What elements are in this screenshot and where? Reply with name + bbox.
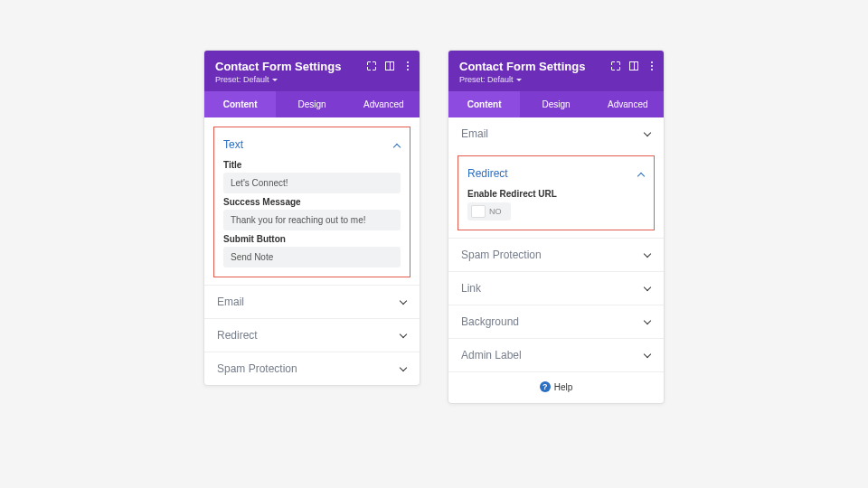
section-label: Spam Protection xyxy=(461,249,542,261)
tab-design[interactable]: Design xyxy=(520,91,591,117)
tab-advanced[interactable]: Advanced xyxy=(592,91,664,117)
submit-button-input[interactable] xyxy=(223,247,401,267)
toggle-label: NO xyxy=(489,207,502,216)
section-row-spam[interactable]: Spam Protection xyxy=(448,238,664,271)
panel-body: Text Title Success Message Submit Button… xyxy=(204,127,420,385)
section-label: Link xyxy=(461,282,481,295)
more-icon[interactable] xyxy=(401,60,414,72)
text-section-highlighted: Text Title Success Message Submit Button xyxy=(213,127,410,277)
panel-header: Contact Form Settings Preset: Default xyxy=(204,51,420,91)
section-label: Redirect xyxy=(217,329,258,342)
help-label: Help xyxy=(554,382,573,392)
section-header-redirect[interactable]: Redirect xyxy=(467,164,645,185)
section-row-link[interactable]: Link xyxy=(448,271,664,305)
fullscreen-icon[interactable] xyxy=(365,60,378,72)
tab-content[interactable]: Content xyxy=(204,91,276,117)
field-label-title: Title xyxy=(223,160,401,170)
chevron-down-icon xyxy=(644,129,651,139)
field-label-enable-redirect: Enable Redirect URL xyxy=(467,189,645,199)
settings-panel-left: Contact Form Settings Preset: Default Co… xyxy=(203,50,420,386)
tab-bar: Content Design Advanced xyxy=(448,91,664,117)
chevron-down-icon xyxy=(400,364,407,374)
section-row-admin-label[interactable]: Admin Label xyxy=(448,338,664,371)
header-icons xyxy=(365,60,414,72)
section-label: Admin Label xyxy=(461,349,522,361)
toggle-row: NO xyxy=(467,202,645,221)
title-input[interactable] xyxy=(223,173,401,193)
fullscreen-icon[interactable] xyxy=(609,60,622,72)
redirect-section-highlighted: Redirect Enable Redirect URL NO xyxy=(458,155,655,230)
section-label: Background xyxy=(461,315,519,328)
chevron-down-icon xyxy=(644,284,651,294)
preset-dropdown[interactable]: Preset: Default xyxy=(215,75,409,84)
section-row-background[interactable]: Background xyxy=(448,305,664,338)
preset-dropdown[interactable]: Preset: Default xyxy=(459,75,653,84)
chevron-down-icon xyxy=(644,250,651,260)
header-icons xyxy=(609,60,658,72)
tab-content[interactable]: Content xyxy=(448,91,520,117)
section-label: Email xyxy=(217,296,244,308)
field-label-success: Success Message xyxy=(223,197,401,207)
chevron-down-icon xyxy=(400,297,407,307)
tab-design[interactable]: Design xyxy=(276,91,347,117)
section-row-redirect[interactable]: Redirect xyxy=(204,318,420,352)
settings-panel-right: Contact Form Settings Preset: Default Co… xyxy=(448,50,665,404)
split-view-icon[interactable] xyxy=(383,60,396,72)
section-label: Spam Protection xyxy=(217,362,297,375)
chevron-up-icon xyxy=(393,138,401,151)
section-header-text[interactable]: Text xyxy=(223,135,401,156)
success-message-input[interactable] xyxy=(223,210,401,230)
section-row-email[interactable]: Email xyxy=(204,285,420,318)
chevron-down-icon xyxy=(644,351,651,361)
section-row-email[interactable]: Email xyxy=(448,117,664,150)
panel-body: Email Redirect Enable Redirect URL NO Sp… xyxy=(448,117,664,403)
tab-advanced[interactable]: Advanced xyxy=(348,91,420,117)
split-view-icon[interactable] xyxy=(627,60,640,72)
toggle-knob xyxy=(471,205,486,218)
field-label-submit: Submit Button xyxy=(223,234,401,244)
section-title: Text xyxy=(223,138,243,151)
chevron-up-icon xyxy=(637,167,645,180)
chevron-down-icon xyxy=(400,331,407,341)
enable-redirect-toggle[interactable]: NO xyxy=(467,202,511,221)
more-icon[interactable] xyxy=(646,60,658,72)
chevron-down-icon xyxy=(644,317,651,327)
help-button[interactable]: ? Help xyxy=(448,371,664,403)
section-title: Redirect xyxy=(467,167,508,180)
section-label: Email xyxy=(461,127,488,140)
tab-bar: Content Design Advanced xyxy=(204,91,420,117)
help-icon: ? xyxy=(540,381,551,392)
panel-header: Contact Form Settings Preset: Default xyxy=(448,51,664,91)
section-row-spam[interactable]: Spam Protection xyxy=(204,352,420,385)
